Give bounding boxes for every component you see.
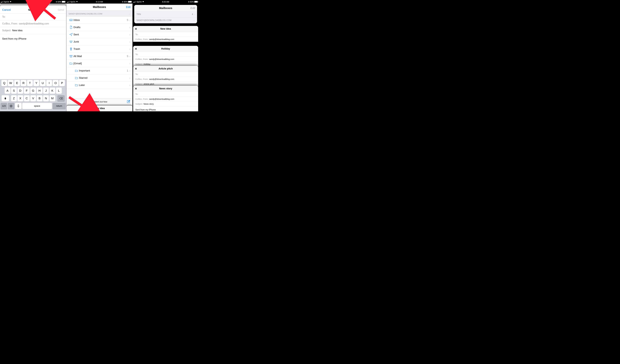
key-r[interactable]: R <box>21 80 26 86</box>
key-x[interactable]: X <box>17 95 23 102</box>
mailbox-junk[interactable]: Junk › <box>66 38 132 45</box>
close-icon[interactable]: ✕ <box>135 27 137 30</box>
mailboxes-back-card[interactable]: Mailboxes Edit TRN 4 › SANDY@IDOWNLOADBL… <box>134 5 197 23</box>
key-s[interactable]: S <box>11 87 17 94</box>
chevron-right-icon: › <box>129 84 130 87</box>
compose-title: New idea <box>28 8 40 12</box>
key-g[interactable]: G <box>30 87 36 94</box>
carrier-label: Sprint <box>70 1 75 3</box>
signal-icon <box>1 1 3 3</box>
cc-label: Cc/Bcc, From: <box>2 22 18 25</box>
subject-field[interactable]: Subject: New idea <box>0 27 66 34</box>
draft-card-holiday[interactable]: ✕Holiday To: Cc/Bcc, From:sandy@idownloa… <box>133 46 198 67</box>
mailbox-inbox[interactable]: Inbox 5 › <box>66 16 132 24</box>
key-return[interactable]: return <box>53 103 66 109</box>
key-l[interactable]: L <box>56 87 62 94</box>
key-j[interactable]: J <box>43 87 49 94</box>
mailbox-label: All Mail <box>74 55 127 58</box>
bluetooth-icon: ฿ <box>56 1 57 3</box>
updated-label: Updated Just Now <box>92 101 107 103</box>
cc-field: Cc/Bcc, From:sandy@idownloadblog.com <box>133 97 198 102</box>
key-h[interactable]: H <box>37 87 43 94</box>
key-mic[interactable] <box>15 103 22 109</box>
chevron-right-icon: › <box>129 47 130 51</box>
to-field: To: <box>133 52 198 57</box>
key-w[interactable]: W <box>8 80 14 86</box>
chevron-right-icon: › <box>194 13 195 15</box>
bluetooth-icon: ฿ <box>122 1 123 3</box>
minimized-draft-bar[interactable]: New idea <box>66 105 132 111</box>
mailbox-count: 5 <box>127 18 128 22</box>
key-123[interactable]: 123 <box>0 103 7 109</box>
draft-card-new-idea[interactable]: ✕New idea To: Cc/Bcc, From:sandy@idownlo… <box>133 26 198 42</box>
mailbox-later[interactable]: Later › <box>66 82 132 89</box>
mailbox-important[interactable]: Important 1 › <box>66 67 132 74</box>
key-y[interactable]: Y <box>33 80 39 86</box>
mailbox-starred[interactable]: Starred › <box>66 74 132 82</box>
key-k[interactable]: K <box>49 87 55 94</box>
draft-title: Holiday <box>161 47 170 50</box>
draft-title: New idea <box>160 28 171 30</box>
wifi-icon <box>76 1 78 3</box>
mailbox-trash[interactable]: Trash › <box>66 45 132 53</box>
key-t[interactable]: T <box>27 80 33 86</box>
to-field: To: <box>133 32 198 37</box>
draft-card-news-story[interactable]: ✕News story To: Cc/Bcc, From:sandy@idown… <box>133 86 198 111</box>
mailbox-sent[interactable]: Sent › <box>66 31 132 38</box>
mailbox-label: [Gmail] <box>74 62 129 65</box>
key-a[interactable]: A <box>5 87 10 94</box>
svg-rect-1 <box>18 105 19 106</box>
key-u[interactable]: U <box>40 80 46 86</box>
key-shift[interactable] <box>2 95 9 102</box>
edit-button[interactable]: Edit <box>126 6 131 9</box>
key-v[interactable]: V <box>30 95 36 102</box>
key-n[interactable]: N <box>43 95 49 102</box>
key-f[interactable]: F <box>24 87 30 94</box>
mailbox-allmail[interactable]: All Mail 5 › <box>66 53 132 60</box>
close-icon[interactable]: ✕ <box>135 67 137 70</box>
cc-field[interactable]: Cc/Bcc, From: sandy@idownloadblog.com <box>0 20 66 27</box>
to-field[interactable]: To: <box>0 14 66 20</box>
account-label: TRN <box>137 13 141 15</box>
key-globe[interactable] <box>8 103 14 109</box>
mailbox-drafts[interactable]: Drafts › <box>66 24 132 31</box>
battery-icon <box>194 1 198 3</box>
carrier-label: Sprint <box>137 1 142 3</box>
account-row-trn: TRN 4 › <box>134 12 197 17</box>
key-delete[interactable] <box>57 95 65 102</box>
from-value: sandy@idownloadblog.com <box>19 22 49 25</box>
cancel-button[interactable]: Cancel <box>2 8 11 12</box>
compose-button[interactable] <box>127 100 130 104</box>
chevron-right-icon: › <box>129 33 130 36</box>
chevron-right-icon: › <box>129 40 130 44</box>
key-d[interactable]: D <box>17 87 23 94</box>
close-icon[interactable]: ✕ <box>135 47 137 50</box>
folder-icon <box>69 62 74 65</box>
key-p[interactable]: P <box>59 80 65 86</box>
account-header[interactable]: SANDY@IDOWNLOADBLOG.COM ⌄ <box>66 11 132 16</box>
minimized-draft-title: New idea <box>94 107 105 110</box>
key-o[interactable]: O <box>53 80 59 86</box>
status-bar: Sprint 8:20 AM ฿ 92% <box>133 0 199 3</box>
key-b[interactable]: B <box>37 95 43 102</box>
battery-label: 92% <box>190 1 194 3</box>
page-title: Mailboxes <box>159 7 172 10</box>
key-e[interactable]: E <box>14 80 20 86</box>
key-i[interactable]: I <box>46 80 52 86</box>
key-m[interactable]: M <box>49 95 55 102</box>
key-c[interactable]: C <box>24 95 30 102</box>
compose-body[interactable]: Sent from my iPhone <box>0 34 66 44</box>
mailbox-label: Sent <box>74 33 129 36</box>
chevron-right-icon: › <box>129 76 130 80</box>
battery-label: 95% <box>124 1 127 3</box>
folder-icon <box>74 69 79 72</box>
mailbox-gmail[interactable]: [Gmail] › <box>66 60 132 67</box>
key-q[interactable]: Q <box>1 80 7 86</box>
chevron-down-icon: ⌄ <box>128 13 130 15</box>
key-space[interactable]: space <box>22 103 52 109</box>
key-z[interactable]: Z <box>11 95 17 102</box>
send-button[interactable]: Send <box>58 8 64 12</box>
battery-icon <box>62 1 65 3</box>
draft-card-article-pitch[interactable]: ✕Article pitch To: Cc/Bcc, From:sandy@id… <box>133 66 198 87</box>
close-icon[interactable]: ✕ <box>135 87 137 90</box>
